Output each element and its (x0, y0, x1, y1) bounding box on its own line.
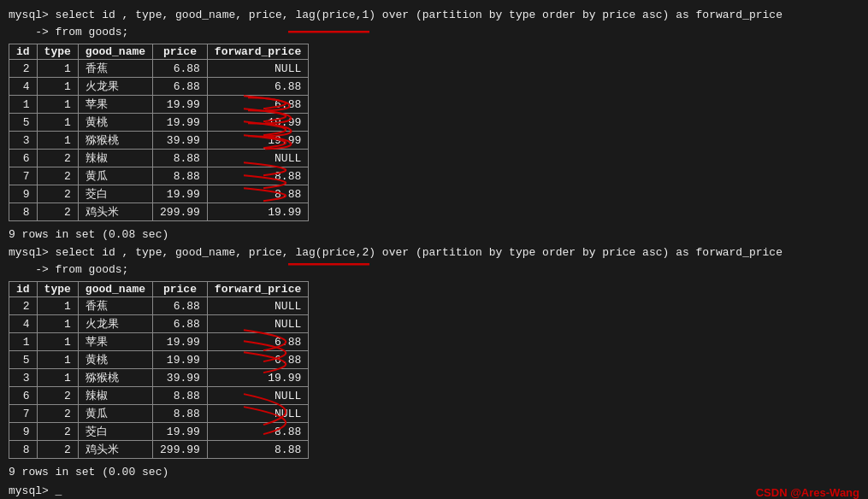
query2-line: mysql> select id , type, good_name, pric… (9, 244, 859, 261)
table-cell: 19.99 (153, 96, 208, 114)
table-cell: 4 (9, 315, 38, 333)
table-cell: NULL (207, 315, 308, 333)
table-cell: 辣椒 (78, 387, 152, 405)
table-cell: 19.99 (207, 132, 308, 150)
table-row: 92茭白19.998.88 (9, 423, 309, 441)
table-cell: 1 (37, 96, 78, 114)
table-cell: 2 (37, 203, 78, 221)
table-cell: 19.99 (153, 185, 208, 203)
table-cell: 猕猴桃 (78, 369, 152, 387)
table-cell: 6 (9, 150, 38, 167)
table1-col-good-name: good_name (78, 44, 152, 60)
table-cell: 2 (37, 405, 78, 423)
table-cell: 299.99 (153, 441, 208, 459)
table1-col-forward-price: forward_price (207, 44, 308, 60)
table-cell: 9 (9, 423, 38, 441)
table-cell: 7 (9, 405, 38, 423)
table-cell: NULL (207, 150, 308, 167)
table-cell: 鸡头米 (78, 203, 152, 221)
table-cell: 4 (9, 78, 38, 96)
table-row: 51黄桃19.996.88 (9, 351, 309, 369)
query1-sql: select id , type, good_name, price, lag(… (56, 9, 782, 21)
terminal: mysql> select id , type, good_name, pric… (0, 0, 868, 499)
table-cell: 香蕉 (78, 297, 152, 315)
table-cell: 2 (37, 185, 78, 203)
table-cell: 2 (9, 60, 38, 78)
table-cell: 茭白 (78, 423, 152, 441)
table2-header-row: id type good_name price forward_price (9, 282, 309, 297)
table2-col-forward-price: forward_price (207, 282, 308, 297)
table-row: 72黄瓜8.888.88 (9, 167, 309, 185)
table-row: 72黄瓜8.88NULL (9, 405, 309, 423)
table-cell: 8.88 (207, 167, 308, 185)
table-cell: 7 (9, 167, 38, 185)
table-cell: NULL (207, 297, 308, 315)
table-cell: 1 (37, 60, 78, 78)
table-cell: 6.88 (153, 315, 208, 333)
query1-line: mysql> select id , type, good_name, pric… (9, 7, 859, 24)
table2: id type good_name price forward_price 21… (9, 281, 309, 459)
table-cell: 8.88 (153, 405, 208, 423)
table1-header-row: id type good_name price forward_price (9, 44, 309, 60)
table-cell: 299.99 (153, 203, 208, 221)
table-cell: 8.88 (207, 441, 308, 459)
table-cell: 香蕉 (78, 60, 152, 78)
query2-continuation: -> from goods; (9, 261, 859, 279)
table-cell: 1 (9, 96, 38, 114)
table-row: 11苹果19.996.88 (9, 96, 309, 114)
table-cell: 19.99 (153, 114, 208, 132)
table-cell: 1 (37, 78, 78, 96)
table-cell: 黄桃 (78, 351, 152, 369)
table-cell: 2 (37, 150, 78, 167)
table-row: 21香蕉6.88NULL (9, 60, 309, 78)
table-cell: 火龙果 (78, 78, 152, 96)
table-cell: 6.88 (207, 78, 308, 96)
table-cell: 6.88 (153, 78, 208, 96)
cursor: _ (56, 484, 62, 497)
table2-col-good-name: good_name (78, 282, 152, 297)
table2-col-type: type (37, 282, 78, 297)
table-cell: 1 (37, 351, 78, 369)
table1-container: id type good_name price forward_price 21… (9, 44, 859, 221)
table-cell: 6.88 (153, 297, 208, 315)
table-cell: 1 (37, 132, 78, 150)
table-row: 51黄桃19.9919.99 (9, 114, 309, 132)
table-row: 62辣椒8.88NULL (9, 387, 309, 405)
table-cell: 2 (37, 167, 78, 185)
table-cell: 茭白 (78, 185, 152, 203)
table-row: 41火龙果6.886.88 (9, 78, 309, 96)
table-cell: 鸡头米 (78, 441, 152, 459)
table2-col-price: price (153, 282, 208, 297)
table1-col-type: type (37, 44, 78, 60)
table-cell: 黄桃 (78, 114, 152, 132)
table-cell: 19.99 (153, 351, 208, 369)
table-row: 82鸡头米299.9919.99 (9, 203, 309, 221)
table-cell: 1 (37, 297, 78, 315)
table-cell: 2 (9, 297, 38, 315)
table-cell: 8.88 (153, 150, 208, 167)
table2-container: id type good_name price forward_price 21… (9, 281, 859, 459)
table-cell: 1 (37, 114, 78, 132)
final-prompt: mysql> (9, 484, 56, 497)
table-cell: 6.88 (153, 60, 208, 78)
table-cell: 辣椒 (78, 150, 152, 167)
table-cell: 8.88 (153, 387, 208, 405)
table-cell: 6.88 (207, 96, 308, 114)
table-row: 82鸡头米299.998.88 (9, 441, 309, 459)
table1-col-id: id (9, 44, 38, 60)
table-cell: 黄瓜 (78, 405, 152, 423)
table-cell: 19.99 (153, 423, 208, 441)
table2-col-id: id (9, 282, 38, 297)
table-cell: 1 (37, 369, 78, 387)
table-cell: 5 (9, 351, 38, 369)
table-cell: 2 (37, 441, 78, 459)
table-row: 21香蕉6.88NULL (9, 297, 309, 315)
table-row: 62辣椒8.88NULL (9, 150, 309, 167)
table-cell: 苹果 (78, 333, 152, 351)
watermark: CSDN @Ares-Wang (756, 486, 859, 499)
table-cell: 8.88 (207, 423, 308, 441)
table-cell: 19.99 (153, 333, 208, 351)
table-cell: 火龙果 (78, 315, 152, 333)
table-cell: 2 (37, 387, 78, 405)
table-cell: 1 (37, 333, 78, 351)
